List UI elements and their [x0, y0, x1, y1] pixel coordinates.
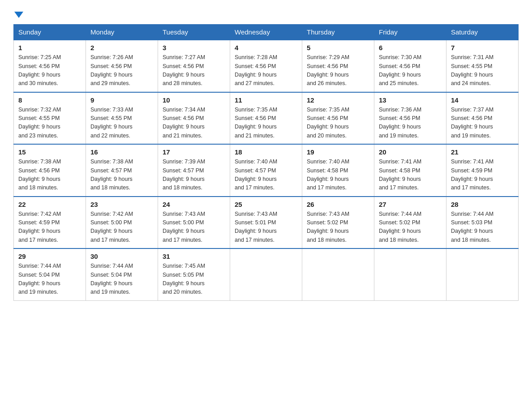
day-number: 21	[451, 148, 514, 156]
day-number: 31	[163, 253, 225, 260]
day-info: Sunrise: 7:36 AMSunset: 4:56 PMDaylight:…	[379, 106, 442, 141]
day-info: Sunrise: 7:26 AMSunset: 4:56 PMDaylight:…	[90, 53, 153, 88]
day-info: Sunrise: 7:43 AMSunset: 5:01 PMDaylight:…	[235, 210, 297, 245]
day-info: Sunrise: 7:44 AMSunset: 5:02 PMDaylight:…	[379, 210, 442, 245]
calendar-cell: 5Sunrise: 7:29 AMSunset: 4:56 PMDaylight…	[302, 40, 374, 92]
calendar-cell: 19Sunrise: 7:40 AMSunset: 4:58 PMDayligh…	[302, 144, 374, 197]
week-row-4: 22Sunrise: 7:42 AMSunset: 4:59 PMDayligh…	[14, 197, 519, 249]
calendar-cell: 30Sunrise: 7:44 AMSunset: 5:04 PMDayligh…	[86, 248, 158, 300]
calendar-cell: 3Sunrise: 7:27 AMSunset: 4:56 PMDaylight…	[158, 40, 230, 92]
day-number: 3	[163, 44, 225, 51]
calendar-cell: 18Sunrise: 7:40 AMSunset: 4:57 PMDayligh…	[230, 144, 302, 197]
weekday-header-wednesday: Wednesday	[230, 25, 302, 40]
calendar-cell: 4Sunrise: 7:28 AMSunset: 4:56 PMDaylight…	[230, 40, 302, 92]
calendar-cell: 7Sunrise: 7:31 AMSunset: 4:55 PMDaylight…	[446, 40, 519, 92]
calendar-cell	[446, 248, 519, 300]
weekday-header-row: SundayMondayTuesdayWednesdayThursdayFrid…	[14, 25, 519, 40]
calendar-cell: 2Sunrise: 7:26 AMSunset: 4:56 PMDaylight…	[86, 40, 158, 92]
week-row-3: 15Sunrise: 7:38 AMSunset: 4:56 PMDayligh…	[14, 144, 519, 197]
day-info: Sunrise: 7:33 AMSunset: 4:55 PMDaylight:…	[90, 106, 153, 141]
day-number: 5	[307, 44, 369, 51]
day-info: Sunrise: 7:29 AMSunset: 4:56 PMDaylight:…	[307, 53, 369, 88]
day-number: 12	[307, 96, 369, 104]
calendar-cell: 16Sunrise: 7:38 AMSunset: 4:57 PMDayligh…	[86, 144, 158, 197]
day-number: 16	[90, 148, 153, 156]
week-row-1: 1Sunrise: 7:25 AMSunset: 4:56 PMDaylight…	[14, 40, 519, 92]
day-info: Sunrise: 7:40 AMSunset: 4:58 PMDaylight:…	[307, 158, 369, 193]
calendar-cell: 9Sunrise: 7:33 AMSunset: 4:55 PMDaylight…	[86, 92, 158, 145]
weekday-header-sunday: Sunday	[14, 25, 86, 40]
day-number: 14	[451, 96, 514, 104]
calendar-cell: 23Sunrise: 7:42 AMSunset: 5:00 PMDayligh…	[86, 197, 158, 249]
day-number: 26	[307, 201, 369, 208]
day-info: Sunrise: 7:45 AMSunset: 5:05 PMDaylight:…	[163, 262, 225, 297]
day-number: 29	[18, 253, 81, 260]
day-info: Sunrise: 7:41 AMSunset: 4:59 PMDaylight:…	[451, 158, 514, 193]
logo-top-line	[13, 9, 23, 20]
day-number: 8	[18, 96, 81, 104]
week-row-2: 8Sunrise: 7:32 AMSunset: 4:55 PMDaylight…	[14, 92, 519, 145]
day-info: Sunrise: 7:30 AMSunset: 4:56 PMDaylight:…	[379, 53, 442, 88]
logo	[13, 9, 23, 20]
day-number: 19	[307, 148, 369, 156]
calendar-cell: 17Sunrise: 7:39 AMSunset: 4:57 PMDayligh…	[158, 144, 230, 197]
week-row-5: 29Sunrise: 7:44 AMSunset: 5:04 PMDayligh…	[14, 248, 519, 300]
day-info: Sunrise: 7:34 AMSunset: 4:56 PMDaylight:…	[163, 106, 225, 141]
calendar-cell: 22Sunrise: 7:42 AMSunset: 4:59 PMDayligh…	[14, 197, 86, 249]
day-number: 27	[379, 201, 442, 208]
day-number: 6	[379, 44, 442, 51]
calendar-cell	[374, 248, 446, 300]
day-number: 2	[90, 44, 153, 51]
weekday-header-thursday: Thursday	[302, 25, 374, 40]
day-info: Sunrise: 7:41 AMSunset: 4:58 PMDaylight:…	[379, 158, 442, 193]
day-info: Sunrise: 7:44 AMSunset: 5:03 PMDaylight:…	[451, 210, 514, 245]
day-info: Sunrise: 7:38 AMSunset: 4:56 PMDaylight:…	[18, 158, 81, 193]
day-info: Sunrise: 7:42 AMSunset: 5:00 PMDaylight:…	[90, 210, 153, 245]
day-info: Sunrise: 7:37 AMSunset: 4:56 PMDaylight:…	[451, 106, 514, 141]
day-number: 20	[379, 148, 442, 156]
day-number: 7	[451, 44, 514, 51]
calendar-cell: 29Sunrise: 7:44 AMSunset: 5:04 PMDayligh…	[14, 248, 86, 300]
calendar-cell	[230, 248, 302, 300]
weekday-header-monday: Monday	[86, 25, 158, 40]
calendar-cell: 25Sunrise: 7:43 AMSunset: 5:01 PMDayligh…	[230, 197, 302, 249]
calendar-table: SundayMondayTuesdayWednesdayThursdayFrid…	[13, 24, 519, 301]
page-header	[13, 9, 519, 20]
day-number: 15	[18, 148, 81, 156]
calendar-cell: 12Sunrise: 7:35 AMSunset: 4:56 PMDayligh…	[302, 92, 374, 145]
day-info: Sunrise: 7:35 AMSunset: 4:56 PMDaylight:…	[235, 106, 297, 141]
day-number: 1	[18, 44, 81, 51]
day-info: Sunrise: 7:28 AMSunset: 4:56 PMDaylight:…	[235, 53, 297, 88]
day-info: Sunrise: 7:43 AMSunset: 5:00 PMDaylight:…	[163, 210, 225, 245]
calendar-cell: 8Sunrise: 7:32 AMSunset: 4:55 PMDaylight…	[14, 92, 86, 145]
day-number: 18	[235, 148, 297, 156]
day-number: 28	[451, 201, 514, 208]
day-info: Sunrise: 7:35 AMSunset: 4:56 PMDaylight:…	[307, 106, 369, 141]
day-number: 4	[235, 44, 297, 51]
calendar-cell: 14Sunrise: 7:37 AMSunset: 4:56 PMDayligh…	[446, 92, 519, 145]
day-info: Sunrise: 7:42 AMSunset: 4:59 PMDaylight:…	[18, 210, 81, 245]
day-number: 22	[18, 201, 81, 208]
weekday-header-tuesday: Tuesday	[158, 25, 230, 40]
day-info: Sunrise: 7:40 AMSunset: 4:57 PMDaylight:…	[235, 158, 297, 193]
calendar-cell	[302, 248, 374, 300]
calendar-cell: 6Sunrise: 7:30 AMSunset: 4:56 PMDaylight…	[374, 40, 446, 92]
calendar-cell: 31Sunrise: 7:45 AMSunset: 5:05 PMDayligh…	[158, 248, 230, 300]
day-info: Sunrise: 7:44 AMSunset: 5:04 PMDaylight:…	[18, 262, 81, 297]
day-number: 23	[90, 201, 153, 208]
day-info: Sunrise: 7:27 AMSunset: 4:56 PMDaylight:…	[163, 53, 225, 88]
calendar-cell: 24Sunrise: 7:43 AMSunset: 5:00 PMDayligh…	[158, 197, 230, 249]
calendar-cell: 28Sunrise: 7:44 AMSunset: 5:03 PMDayligh…	[446, 197, 519, 249]
weekday-header-saturday: Saturday	[446, 25, 519, 40]
day-number: 24	[163, 201, 225, 208]
calendar-cell: 13Sunrise: 7:36 AMSunset: 4:56 PMDayligh…	[374, 92, 446, 145]
day-info: Sunrise: 7:32 AMSunset: 4:55 PMDaylight:…	[18, 106, 81, 141]
day-info: Sunrise: 7:39 AMSunset: 4:57 PMDaylight:…	[163, 158, 225, 193]
day-number: 11	[235, 96, 297, 104]
day-info: Sunrise: 7:43 AMSunset: 5:02 PMDaylight:…	[307, 210, 369, 245]
day-info: Sunrise: 7:38 AMSunset: 4:57 PMDaylight:…	[90, 158, 153, 193]
calendar-cell: 11Sunrise: 7:35 AMSunset: 4:56 PMDayligh…	[230, 92, 302, 145]
calendar-cell: 20Sunrise: 7:41 AMSunset: 4:58 PMDayligh…	[374, 144, 446, 197]
day-number: 30	[90, 253, 153, 260]
calendar-cell: 21Sunrise: 7:41 AMSunset: 4:59 PMDayligh…	[446, 144, 519, 197]
